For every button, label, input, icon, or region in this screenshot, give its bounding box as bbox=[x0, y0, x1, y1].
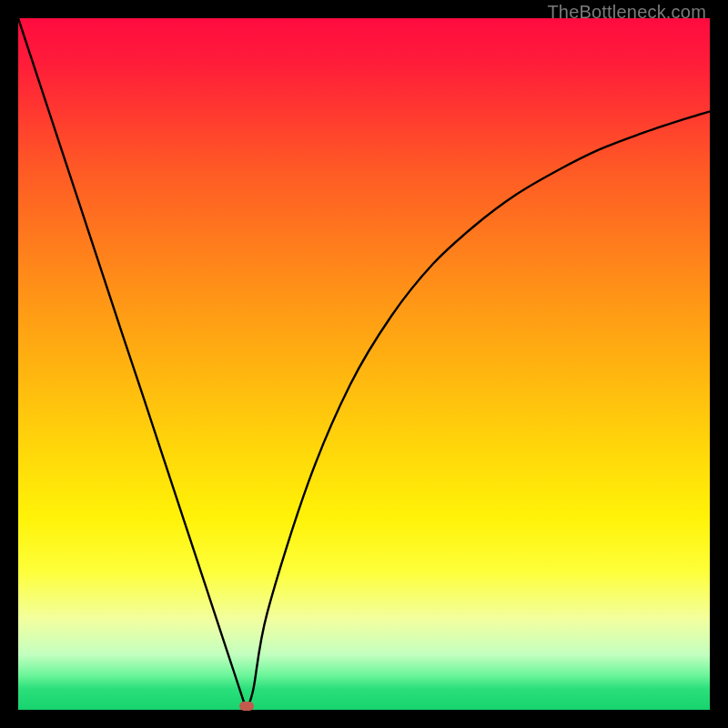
bottleneck-curve bbox=[18, 18, 710, 710]
minimum-marker bbox=[239, 702, 254, 711]
watermark-text: TheBottleneck.com bbox=[547, 2, 706, 23]
chart-plot-area bbox=[18, 18, 710, 710]
